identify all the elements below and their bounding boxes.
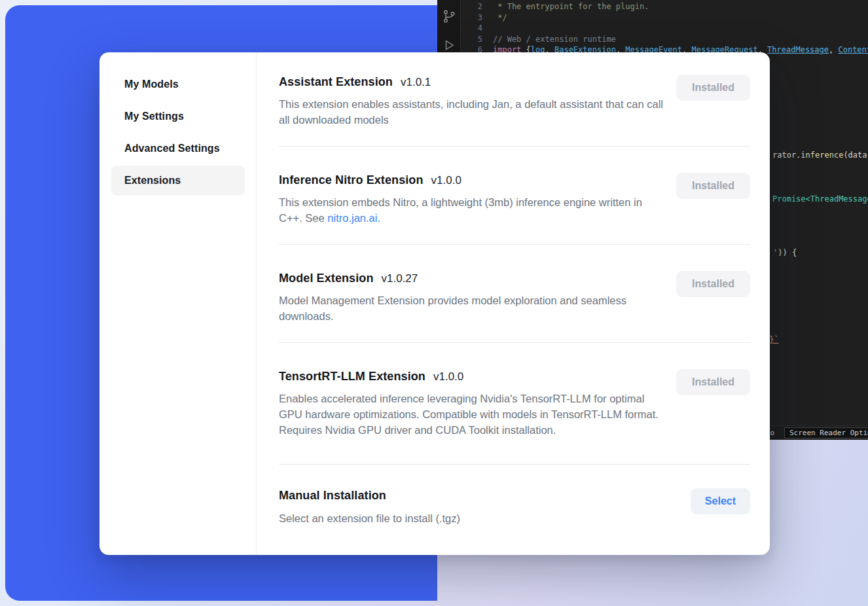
code-token: * The entrypoint for the plugin.: [493, 1, 649, 12]
code-line: 4: [461, 23, 868, 34]
code-token: ContentType: [838, 45, 868, 56]
extension-description: Model Management Extension provides mode…: [279, 293, 665, 324]
manual-installation-description: Select an extension file to install (.tg…: [279, 510, 460, 526]
installed-button[interactable]: Installed: [676, 75, 750, 101]
line-number: 2: [461, 1, 482, 12]
line-number: 5: [461, 34, 482, 45]
manual-installation-title: Manual Installation: [279, 487, 386, 504]
code-token: rator.: [772, 151, 801, 160]
run-debug-icon[interactable]: [442, 38, 456, 52]
screen-reader-badge[interactable]: Screen Reader Optimized: [784, 427, 868, 438]
extension-description: Enables accelerated inference leveraging…: [279, 391, 665, 438]
code-token: */: [493, 12, 507, 24]
code-token: )) {: [778, 248, 797, 257]
nitro-link[interactable]: nitro.jan.ai.: [327, 212, 380, 224]
code-token: ThreadMessage: [767, 45, 829, 56]
code-fragment: rator.inference(data));: [772, 150, 868, 160]
extension-description: This extension enables assistants, inclu…: [279, 96, 665, 128]
extension-row-nitro: Inference Nitro Extension v1.0.0 This ex…: [279, 147, 750, 245]
extension-version: v1.0.0: [433, 370, 463, 383]
extension-version: v1.0.0: [431, 174, 461, 187]
extension-title: Inference Nitro Extension: [279, 171, 424, 188]
settings-sidebar: My Models My Settings Advanced Settings …: [99, 52, 257, 555]
extension-title: Model Extension: [279, 270, 374, 287]
code-token: inference: [801, 151, 843, 160]
sidebar-item-extensions[interactable]: Extensions: [111, 166, 245, 196]
code-token: ,: [829, 45, 838, 56]
settings-modal: My Models My Settings Advanced Settings …: [99, 52, 770, 555]
code-line: 2 * The entrypoint for the plugin.: [461, 1, 868, 12]
extension-version: v1.0.27: [382, 272, 418, 285]
sidebar-item-advanced-settings[interactable]: Advanced Settings: [111, 134, 245, 164]
extension-title: Assistant Extension: [279, 73, 393, 90]
code-area: 2 * The entrypoint for the plugin. 3 */ …: [461, 1, 868, 56]
code-token: // Web / extension runtime: [493, 34, 616, 45]
extension-description: This extension embeds Nitro, a lightweig…: [279, 194, 665, 226]
code-line: 5// Web / extension runtime: [461, 34, 868, 45]
extension-row-assistant: Assistant Extension v1.0.1 This extensio…: [279, 52, 750, 147]
code-token: (data));: [843, 151, 868, 160]
extension-row-tensorrt: TensortRT-LLM Extension v1.0.0 Enables a…: [279, 343, 750, 465]
sidebar-item-my-models[interactable]: My Models: [111, 69, 245, 99]
code-fragment: ')) {: [773, 247, 797, 258]
extensions-list: Assistant Extension v1.0.1 This extensio…: [257, 52, 770, 555]
code-line: 3 */: [461, 12, 868, 24]
manual-installation-row: Manual Installation Select an extension …: [279, 465, 750, 526]
extension-row-model: Model Extension v1.0.27 Model Management…: [279, 245, 750, 343]
line-number: 4: [461, 23, 482, 34]
sidebar-item-my-settings[interactable]: My Settings: [111, 101, 245, 132]
installed-button[interactable]: Installed: [676, 173, 750, 199]
page: { "colors": { "panel_blue": "#3f62f1", "…: [0, 0, 868, 606]
extension-version: v1.0.1: [401, 76, 431, 89]
select-file-button[interactable]: Select: [691, 488, 750, 514]
installed-button[interactable]: Installed: [676, 271, 750, 297]
code-fragment: Promise<ThreadMessage>: [772, 194, 868, 204]
line-number: 3: [461, 12, 482, 24]
installed-button[interactable]: Installed: [676, 369, 750, 395]
source-control-icon[interactable]: [442, 9, 456, 24]
extension-title: TensortRT-LLM Extension: [279, 368, 425, 385]
